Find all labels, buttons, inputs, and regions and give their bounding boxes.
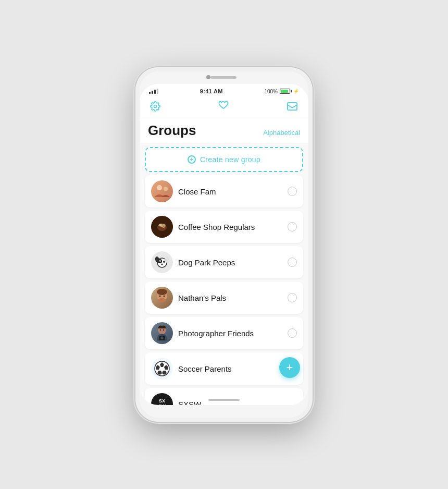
signal-indicator	[149, 89, 158, 94]
group-avatar-dog-park	[151, 251, 173, 273]
settings-icon[interactable]	[150, 101, 160, 112]
battery-charging-icon: ⚡	[293, 89, 299, 94]
group-radio-nathans-pals[interactable]	[288, 293, 297, 302]
front-camera	[206, 75, 210, 79]
notch-area	[193, 72, 255, 82]
status-bar: 9:41 AM 100% ⚡	[140, 84, 308, 96]
group-avatar-sxsw: SXSW	[151, 393, 173, 405]
fab-plus-icon: +	[287, 361, 293, 374]
svg-point-6	[158, 224, 166, 227]
group-item-close-fam[interactable]: Close Fam	[145, 175, 303, 207]
svg-point-2	[157, 185, 162, 190]
group-avatar-photographer	[151, 322, 173, 344]
svg-point-7	[159, 224, 161, 226]
group-avatar-nathans	[151, 287, 173, 309]
svg-point-23	[164, 296, 165, 297]
group-item-photographer[interactable]: Photographer Friends	[145, 317, 303, 349]
phone-frame: 9:41 AM 100% ⚡	[135, 67, 313, 422]
svg-point-16	[161, 264, 163, 265]
group-avatar-soccer	[151, 358, 173, 380]
svg-rect-1	[288, 102, 297, 109]
group-name-close-fam: Close Fam	[178, 187, 282, 196]
sxsw-logo-text: SXSW	[158, 399, 166, 405]
svg-point-21	[157, 289, 167, 295]
svg-point-15	[164, 261, 165, 262]
group-radio-coffee-shop[interactable]	[288, 222, 297, 231]
group-item-dog-park[interactable]: Dog Park Peeps	[145, 246, 303, 278]
page-header: Groups Alphabetical	[140, 117, 308, 143]
app-nav-bar	[140, 96, 308, 117]
group-item-coffee-shop[interactable]: Coffee Shop Regulars	[145, 211, 303, 243]
sort-button[interactable]: Alphabetical	[263, 129, 300, 137]
svg-point-0	[154, 105, 157, 107]
group-name-coffee-shop: Coffee Shop Regulars	[178, 223, 282, 231]
group-radio-close-fam[interactable]	[288, 187, 297, 196]
status-right-group: 100% ⚡	[264, 89, 299, 94]
svg-point-3	[164, 187, 168, 191]
group-radio-dog-park[interactable]	[288, 258, 297, 267]
group-name-dog-park: Dog Park Peeps	[178, 258, 282, 267]
create-group-button[interactable]: + Create new group	[145, 147, 303, 172]
signal-bar-1	[149, 92, 151, 94]
signal-bar-4	[157, 89, 158, 94]
svg-point-20	[158, 298, 166, 302]
fab-add-button[interactable]: +	[279, 357, 300, 378]
create-group-plus-icon: +	[188, 155, 196, 164]
inbox-icon[interactable]	[287, 102, 298, 111]
group-name-photographer: Photographer Friends	[178, 329, 282, 338]
group-name-nathans-pals: Nathan's Pals	[178, 294, 282, 302]
signal-bar-2	[152, 91, 153, 94]
create-group-label: Create new group	[200, 155, 260, 164]
battery-percentage: 100%	[264, 89, 278, 94]
battery-fill	[281, 90, 288, 93]
svg-point-29	[161, 337, 163, 339]
svg-point-26	[163, 329, 165, 331]
group-name-soccer-parents: Soccer Parents	[178, 364, 282, 373]
signal-bar-3	[154, 90, 156, 94]
group-avatar-coffee	[151, 216, 173, 238]
heart-nav-icon[interactable]	[218, 100, 229, 113]
svg-point-13	[159, 261, 160, 262]
phone-screen: 9:41 AM 100% ⚡	[140, 84, 308, 405]
group-avatar-close-fam	[151, 180, 173, 202]
page-title: Groups	[148, 123, 196, 139]
group-radio-photographer[interactable]	[288, 328, 297, 338]
home-indicator[interactable]	[208, 399, 240, 401]
group-item-nathans-pals[interactable]: Nathan's Pals	[145, 282, 303, 314]
status-time: 9:41 AM	[200, 88, 223, 94]
svg-point-22	[159, 296, 161, 297]
group-item-sxsw[interactable]: SXSW SXSW	[145, 388, 303, 405]
battery-icon	[280, 89, 290, 94]
earpiece	[210, 76, 237, 79]
svg-point-25	[160, 329, 161, 331]
